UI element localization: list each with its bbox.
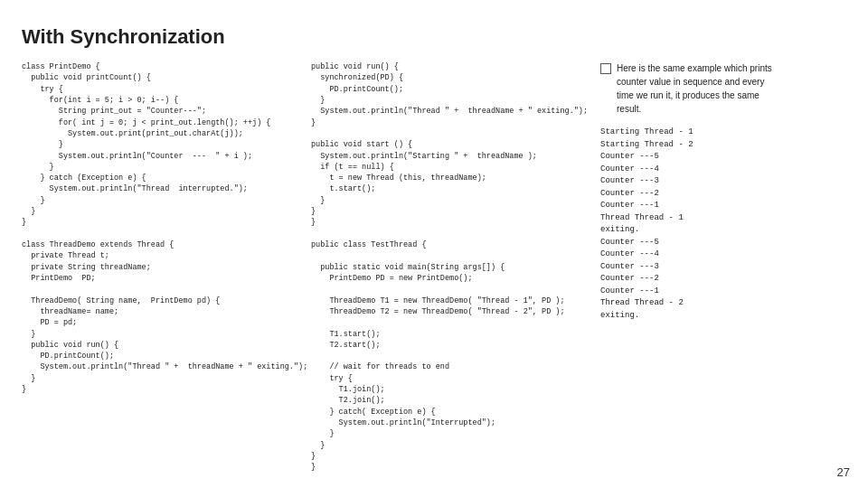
output-line-7: Counter ---1 [600,200,846,212]
output-block: Starting Thread - 1 Starting Thread - 2 … [600,127,846,322]
output-line-10: Counter ---5 [600,237,846,249]
explanation-box: Here is the same example which prints co… [600,61,846,116]
right-panel: Here is the same example which prints co… [600,61,846,474]
content-area: class PrintDemo { public void printCount… [22,61,846,474]
output-line-11: Counter ---4 [600,249,846,261]
code-middle-top-content: public void run() { synchronized(PD) { P… [311,61,591,128]
output-line-15: Thread Thread - 2 [600,297,846,310]
output-line-8: Thread Thread - 1 [600,212,846,225]
output-line-6: Counter ---2 [600,188,846,201]
code-left-content: class PrintDemo { public void printCount… [22,61,302,395]
code-left: class PrintDemo { public void printCount… [22,61,302,474]
checkbox-icon [600,63,611,74]
page-number: 27 [837,465,850,479]
explanation-text: Here is the same example which prints co… [617,61,779,116]
output-line-12: Counter ---3 [600,261,846,274]
output-line-16: exiting. [600,310,846,323]
output-line-5: Counter ---3 [600,175,846,188]
slide-container: With Synchronization class PrintDemo { p… [0,0,868,488]
code-middle-bottom-content: public void start () { System.out.printl… [311,139,591,473]
output-line-4: Counter ---4 [600,164,846,176]
output-line-9: exiting. [600,224,846,237]
slide-title: With Synchronization [22,25,846,49]
output-line-13: Counter ---2 [600,273,846,286]
output-line-1: Starting Thread - 1 [600,127,846,139]
output-line-14: Counter ---1 [600,286,846,298]
output-line-2: Starting Thread - 2 [600,139,846,152]
code-middle: public void run() { synchronized(PD) { P… [311,61,591,474]
output-line-3: Counter ---5 [600,151,846,164]
